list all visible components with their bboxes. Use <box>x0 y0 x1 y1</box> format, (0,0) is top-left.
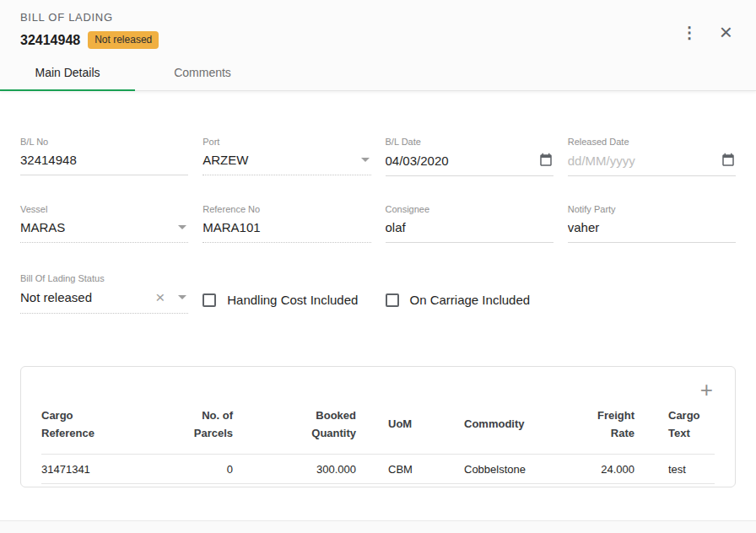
field-vessel: Vessel MARAS <box>20 204 188 243</box>
bl-status-select[interactable]: Not released × <box>20 289 188 314</box>
cargo-table-header-row: Cargo Reference No. of Parcels Booked Qu… <box>41 401 715 454</box>
cargo-card: + Cargo Reference No. of Parcels Booked … <box>20 366 736 487</box>
more-options-button[interactable]: ⋮ <box>677 23 703 42</box>
checkbox-on-carriage-included[interactable]: On Carriage Included <box>386 293 554 314</box>
tab-main-details[interactable]: Main Details <box>0 54 135 90</box>
cargo-card-toolbar: + <box>41 374 715 401</box>
tab-bar: Main Details Comments <box>0 51 756 90</box>
cell-cargo-text[interactable]: test <box>668 454 715 483</box>
cell-commodity[interactable]: Cobbelstone <box>451 454 584 483</box>
field-value: 32414948 <box>20 153 188 167</box>
main-details-panel: B/L No 32414948 Port ARZEW B/L Date 04/0… <box>0 91 756 520</box>
plus-icon: + <box>700 377 713 402</box>
close-icon: × <box>720 19 732 45</box>
close-button[interactable]: × <box>715 19 737 45</box>
status-badge: Not released <box>88 31 159 49</box>
bl-date-input[interactable]: 04/03/2020 <box>386 153 554 176</box>
col-header-uom: UoM <box>375 401 451 454</box>
vessel-select[interactable]: MARAS <box>20 220 188 243</box>
field-value: ARZEW <box>202 153 355 167</box>
col-header-no-of-parcels: No. of Parcels <box>181 401 256 454</box>
col-header-freight-rate: Freight Rate <box>584 401 668 454</box>
chevron-down-icon <box>178 225 186 229</box>
field-value: olaf <box>386 220 554 234</box>
field-bl-no: B/L No 32414948 <box>20 137 188 176</box>
add-cargo-button[interactable]: + <box>699 379 715 401</box>
cell-uom[interactable]: CBM <box>375 454 451 483</box>
port-select[interactable]: ARZEW <box>202 153 370 175</box>
field-bl-status: Bill Of Lading Status Not released × <box>20 273 188 314</box>
cargo-table-row[interactable]: 31471341 0 300.000 CBM Cobbelstone 24.00… <box>41 454 715 483</box>
header-actions: ⋮ × <box>677 19 737 45</box>
col-header-cargo-reference: Cargo Reference <box>41 401 181 454</box>
field-value: 04/03/2020 <box>386 153 533 168</box>
calendar-icon[interactable] <box>716 153 736 168</box>
field-label: Consignee <box>386 204 554 214</box>
field-bl-date: B/L Date 04/03/2020 <box>386 137 554 176</box>
cell-freight-rate[interactable]: 24.000 <box>584 454 668 483</box>
released-date-input[interactable]: dd/MM/yyyy <box>568 153 736 176</box>
checkbox-icon[interactable] <box>202 293 216 307</box>
field-label: B/L No <box>20 137 188 147</box>
tab-comments[interactable]: Comments <box>135 54 270 90</box>
field-consignee: Consignee olaf <box>386 204 554 243</box>
dialog-title: BILL OF LADING <box>20 11 159 24</box>
chevron-down-icon <box>361 158 370 162</box>
field-notify-party: Notify Party vaher <box>568 204 736 243</box>
checkbox-label: Handling Cost Included <box>227 293 358 307</box>
kebab-icon: ⋮ <box>682 24 698 41</box>
bl-number: 32414948 <box>20 33 80 48</box>
consignee-input[interactable]: olaf <box>386 220 554 243</box>
field-port: Port ARZEW <box>202 137 370 176</box>
bill-of-lading-dialog: BILL OF LADING 32414948 Not released ⋮ ×… <box>0 0 756 533</box>
field-label: Reference No <box>202 204 370 214</box>
col-header-commodity: Commodity <box>451 401 584 454</box>
chevron-down-icon <box>178 295 186 299</box>
field-value: vaher <box>568 220 736 234</box>
field-label: Vessel <box>20 204 188 214</box>
field-label: Bill Of Lading Status <box>20 273 188 283</box>
status-and-checkboxes-row: Bill Of Lading Status Not released × Han… <box>20 273 736 314</box>
cell-booked-quantity[interactable]: 300.000 <box>256 454 375 483</box>
header-left: BILL OF LADING 32414948 Not released <box>20 11 159 49</box>
notify-party-input[interactable]: vaher <box>568 220 736 243</box>
field-label: Notify Party <box>568 204 736 214</box>
dialog-footer <box>0 520 756 533</box>
form-grid: B/L No 32414948 Port ARZEW B/L Date 04/0… <box>20 137 736 243</box>
field-label: B/L Date <box>386 137 554 147</box>
tab-label: Main Details <box>35 66 100 79</box>
field-value: Not released <box>20 290 155 304</box>
field-label: Released Date <box>568 137 736 147</box>
checkbox-label: On Carriage Included <box>410 293 531 307</box>
field-value: MARA101 <box>202 220 370 234</box>
bl-no-input[interactable]: 32414948 <box>20 153 188 175</box>
dialog-header: BILL OF LADING 32414948 Not released ⋮ × <box>0 0 756 51</box>
col-header-booked-quantity: Booked Quantity <box>256 401 375 454</box>
clear-icon[interactable]: × <box>155 289 165 305</box>
cargo-table: Cargo Reference No. of Parcels Booked Qu… <box>41 401 715 483</box>
checkbox-handling-cost-included[interactable]: Handling Cost Included <box>202 293 370 314</box>
checkbox-icon[interactable] <box>386 293 399 307</box>
cell-cargo-reference[interactable]: 31471341 <box>41 454 181 483</box>
calendar-icon[interactable] <box>533 153 554 168</box>
tab-label: Comments <box>174 66 231 79</box>
bl-number-row: 32414948 Not released <box>20 31 159 49</box>
reference-no-input[interactable]: MARA101 <box>202 220 370 243</box>
cell-no-of-parcels[interactable]: 0 <box>181 454 256 483</box>
field-reference-no: Reference No MARA101 <box>202 204 370 243</box>
field-placeholder: dd/MM/yyyy <box>568 153 716 168</box>
field-value: MARAS <box>20 220 173 234</box>
col-header-cargo-text: Cargo Text <box>668 401 715 454</box>
row3-spacer <box>568 273 736 314</box>
field-label: Port <box>202 137 370 147</box>
field-released-date: Released Date dd/MM/yyyy <box>568 137 736 176</box>
dialog-top-section: BILL OF LADING 32414948 Not released ⋮ ×… <box>0 0 756 91</box>
